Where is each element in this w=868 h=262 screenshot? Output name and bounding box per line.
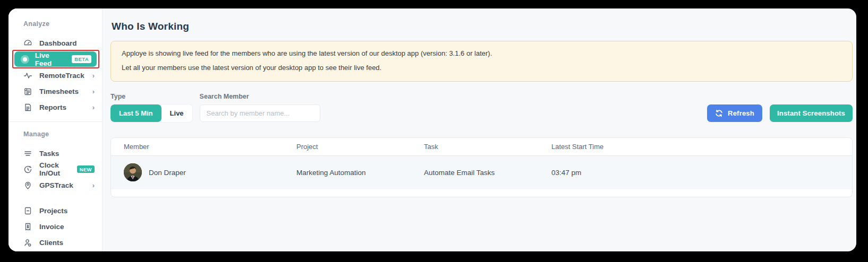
column-header-project: Project (296, 143, 424, 151)
chevron-right-icon: › (92, 72, 95, 80)
sidebar-item-gpstrack[interactable]: GPSTrack › (8, 177, 102, 193)
member-cell: Don Draper (124, 163, 296, 181)
gps-pin-icon (23, 181, 32, 190)
sidebar-item-tasks[interactable]: Tasks (8, 145, 102, 161)
sidebar-item-remotetrack[interactable]: RemoteTrack › (8, 67, 102, 83)
live-dot-icon (21, 55, 29, 64)
app-window: Analyze Dashboard Live Feed BETA (8, 8, 856, 251)
sidebar-item-label: Timesheets (39, 88, 79, 95)
chevron-right-icon: › (92, 181, 95, 189)
avatar (124, 163, 142, 181)
sidebar-item-label: GPSTrack (39, 181, 73, 189)
table-header-row: Member Project Task Latest Start Time (111, 138, 852, 156)
filters-right: Refresh Instant Screenshots (707, 104, 853, 122)
sidebar-divider (8, 121, 102, 122)
tasks-list-icon (23, 149, 32, 158)
member-name: Don Draper (149, 169, 186, 177)
sidebar-item-projects[interactable]: Projects (8, 203, 102, 219)
search-member-label: Search Member (200, 93, 320, 100)
sidebar-item-label: Clock In/Out (39, 161, 73, 177)
sidebar-item-live-feed[interactable]: Live Feed BETA (14, 51, 97, 67)
task-cell: Automate Email Tasks (424, 169, 551, 177)
sidebar-section-analyze: Analyze (8, 20, 102, 28)
sidebar-item-clock-in-out[interactable]: Clock In/Out NEW (8, 161, 102, 177)
activity-pulse-icon (23, 71, 32, 80)
banner-line-1: Apploye is showing live feed for the mem… (122, 49, 841, 58)
sidebar-item-label: Dashboard (39, 39, 77, 47)
report-document-icon (23, 103, 32, 112)
filters-bar: Type Last 5 Min Live Search Member (110, 93, 853, 122)
sidebar-item-label: Invoice (39, 223, 64, 231)
column-header-member: Member (124, 143, 296, 151)
main-content: Who Is Working Apploye is showing live f… (103, 8, 856, 251)
clock-icon (23, 165, 32, 174)
refresh-button-label: Refresh (728, 109, 754, 117)
new-badge: NEW (77, 165, 95, 173)
sidebar: Analyze Dashboard Live Feed BETA (8, 8, 103, 251)
instant-screenshots-label: Instant Screenshots (777, 109, 845, 117)
sidebar-group-gap (8, 193, 102, 203)
search-member-filter: Search Member (200, 93, 320, 122)
toggle-live[interactable]: Live (161, 104, 192, 122)
type-filter: Type Last 5 Min Live (110, 93, 192, 122)
sidebar-item-label: Projects (39, 207, 67, 215)
live-feed-wrap: Live Feed BETA (8, 51, 102, 67)
column-header-task: Task (424, 143, 551, 151)
sidebar-item-label: RemoteTrack (39, 72, 84, 80)
sidebar-item-label: Tasks (39, 150, 59, 158)
chevron-right-icon: › (92, 103, 95, 111)
sidebar-item-dashboard[interactable]: Dashboard (8, 35, 102, 51)
chevron-right-icon: › (92, 88, 95, 95)
clients-person-icon (23, 238, 32, 247)
instant-screenshots-button[interactable]: Instant Screenshots (770, 104, 853, 122)
project-cell: Marketing Automation (296, 169, 424, 177)
dashboard-gauge-icon (23, 39, 32, 48)
refresh-button[interactable]: Refresh (707, 104, 762, 122)
latest-start-time-cell: 03:47 pm (551, 169, 839, 177)
who-is-working-table: Member Project Task Latest Start Time (110, 137, 853, 197)
sidebar-item-reports[interactable]: Reports › (8, 99, 102, 115)
search-member-input[interactable] (200, 104, 320, 122)
sidebar-item-timesheets[interactable]: Timesheets › (8, 83, 102, 99)
sidebar-item-clients[interactable]: Clients (8, 234, 102, 250)
sidebar-item-label: Reports (39, 103, 66, 111)
project-page-icon (23, 206, 32, 215)
refresh-icon (715, 109, 723, 117)
sidebar-item-label: Clients (39, 239, 63, 247)
beta-badge: BETA (72, 55, 91, 63)
page-title: Who Is Working (112, 21, 852, 32)
type-toggle: Last 5 Min Live (110, 104, 192, 122)
table-row[interactable]: Don Draper Marketing Automation Automate… (111, 156, 852, 189)
filters-left: Type Last 5 Min Live Search Member (110, 93, 320, 122)
info-banner: Apploye is showing live feed for the mem… (110, 41, 853, 82)
column-header-latest-start-time: Latest Start Time (551, 143, 839, 151)
toggle-last-5-min[interactable]: Last 5 Min (110, 104, 161, 122)
sidebar-section-manage: Manage (8, 130, 102, 138)
sidebar-item-label: Live Feed (35, 51, 67, 67)
timesheet-note-icon (23, 87, 32, 96)
banner-line-2: Let all your members use the latest vers… (122, 64, 841, 72)
type-label: Type (110, 93, 192, 100)
sidebar-item-invoice[interactable]: Invoice (8, 219, 102, 234)
invoice-dollar-icon (23, 222, 32, 231)
